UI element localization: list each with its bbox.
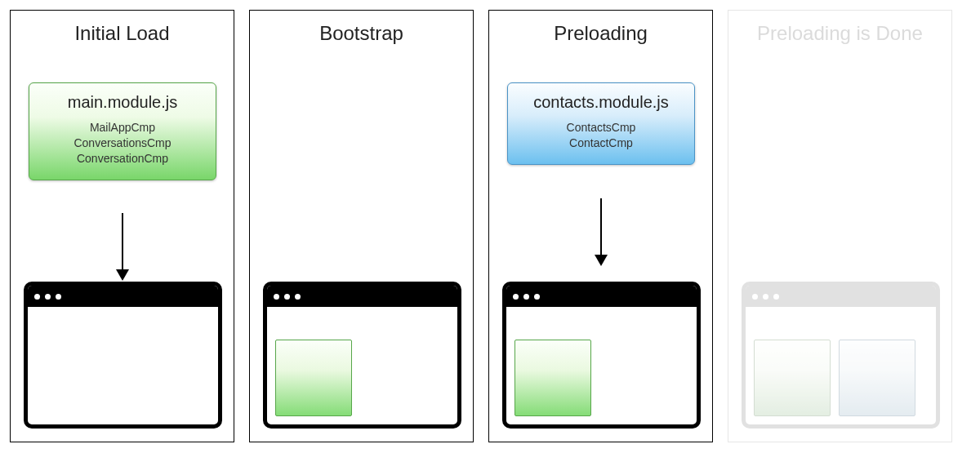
window-dot-icon — [45, 294, 51, 300]
window-dot-icon — [534, 294, 540, 300]
browser-viewport — [28, 307, 218, 424]
module-line: ContactsCmp — [513, 120, 689, 135]
arrow-down-icon — [116, 213, 129, 281]
window-dot-icon — [763, 294, 768, 300]
panel-title: Bootstrap — [250, 22, 473, 45]
loaded-tile-main — [754, 340, 831, 416]
panel-title: Preloading is Done — [728, 22, 951, 45]
diagram-stage: Initial Load main.module.js MailAppCmp C… — [10, 10, 970, 442]
module-line: ContactCmp — [513, 135, 689, 151]
loaded-tile-main — [514, 340, 591, 416]
module-title: contacts.module.js — [513, 93, 689, 112]
module-title: main.module.js — [34, 93, 211, 112]
panel-initial-load: Initial Load main.module.js MailAppCmp C… — [10, 10, 234, 442]
module-line: MailAppCmp — [34, 120, 211, 135]
panel-bootstrap: Bootstrap — [249, 10, 474, 442]
module-card-contacts: contacts.module.js ContactsCmp ContactCm… — [507, 82, 695, 165]
browser-window — [263, 282, 461, 429]
browser-window — [502, 282, 701, 429]
panel-preloading: Preloading contacts.module.js ContactsCm… — [488, 10, 713, 442]
panel-preloading-done: Preloading is Done — [728, 10, 952, 442]
browser-viewport — [506, 307, 697, 424]
browser-titlebar — [746, 286, 936, 307]
window-dot-icon — [284, 294, 290, 300]
window-dot-icon — [513, 294, 519, 300]
loaded-tile-main — [275, 340, 352, 416]
window-dot-icon — [56, 294, 61, 300]
panel-title: Preloading — [489, 22, 712, 45]
browser-titlebar — [28, 286, 218, 307]
browser-window — [742, 282, 940, 429]
loaded-tile-contacts — [839, 340, 915, 416]
module-card-main: main.module.js MailAppCmp ConversationsC… — [29, 82, 216, 180]
window-dot-icon — [34, 294, 40, 300]
module-line: ConversationCmp — [34, 151, 211, 167]
window-dot-icon — [274, 294, 279, 300]
window-dot-icon — [773, 294, 779, 300]
browser-window — [24, 282, 222, 429]
browser-titlebar — [506, 286, 697, 307]
panel-title: Initial Load — [11, 22, 234, 45]
browser-viewport — [267, 307, 457, 424]
module-line: ConversationsCmp — [34, 135, 211, 151]
arrow-down-icon — [595, 198, 608, 266]
browser-titlebar — [267, 286, 457, 307]
browser-viewport — [746, 307, 936, 424]
window-dot-icon — [295, 294, 301, 300]
window-dot-icon — [523, 294, 529, 300]
window-dot-icon — [752, 294, 758, 300]
